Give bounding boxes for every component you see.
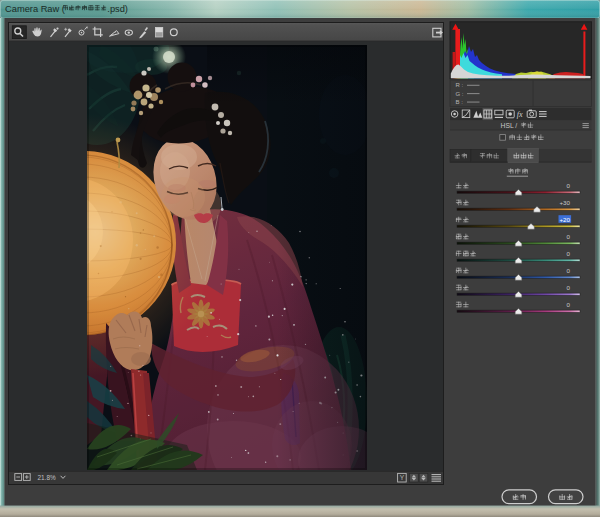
svg-text:HSL /: HSL / <box>501 122 518 129</box>
svg-text:+20: +20 <box>560 216 571 223</box>
svg-text:+30: +30 <box>560 199 571 206</box>
svg-text:B :: B : <box>456 99 464 105</box>
svg-text:0: 0 <box>567 250 571 257</box>
svg-text:0: 0 <box>567 182 571 189</box>
svg-text:R :: R : <box>456 82 464 88</box>
svg-text:Camera Raw (: Camera Raw ( <box>5 4 66 14</box>
svg-text:0: 0 <box>567 267 571 274</box>
svg-text:G :: G : <box>456 91 464 97</box>
svg-text:Y: Y <box>400 474 405 481</box>
svg-text:0: 0 <box>567 233 571 240</box>
svg-text:0: 0 <box>567 284 571 291</box>
svg-text:.psd): .psd) <box>107 4 128 14</box>
svg-text:0: 0 <box>567 301 571 308</box>
svg-text:fx: fx <box>517 110 523 119</box>
svg-text:21.8%: 21.8% <box>38 474 56 481</box>
